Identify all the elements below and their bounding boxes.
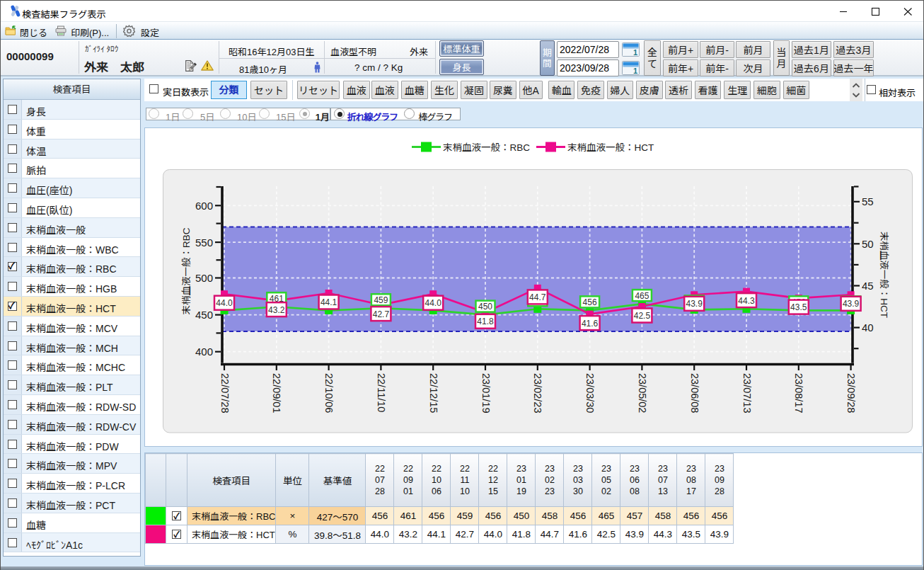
svg-text:末梢血液一般：RBC: 末梢血液一般：RBC — [181, 227, 192, 314]
svg-text:44.3: 44.3 — [738, 296, 755, 306]
svg-text:40: 40 — [862, 321, 874, 334]
svg-text:600: 600 — [195, 200, 213, 212]
svg-text:41.6: 41.6 — [582, 319, 599, 329]
svg-text:23/08/17: 23/08/17 — [793, 373, 804, 413]
svg-text:55: 55 — [862, 195, 874, 207]
svg-text:23/06/08: 23/06/08 — [689, 373, 700, 413]
svg-text:22/10/06: 22/10/06 — [323, 373, 335, 413]
svg-text:23/07/13: 23/07/13 — [741, 373, 753, 413]
svg-text:23/05/02: 23/05/02 — [637, 373, 648, 413]
svg-text:22/09/01: 22/09/01 — [271, 373, 282, 413]
svg-text:550: 550 — [195, 236, 213, 249]
svg-text:23/03/30: 23/03/30 — [584, 373, 596, 413]
svg-text:23/01/19: 23/01/19 — [480, 373, 492, 413]
svg-text:400: 400 — [195, 346, 213, 358]
svg-text:43.9: 43.9 — [843, 299, 860, 309]
svg-text:44.0: 44.0 — [425, 298, 442, 308]
svg-text:45: 45 — [862, 280, 874, 292]
svg-text:44.7: 44.7 — [529, 292, 546, 302]
svg-text:44.1: 44.1 — [320, 297, 337, 307]
svg-text:1: 1 — [633, 48, 637, 57]
svg-text:500: 500 — [195, 272, 213, 284]
svg-text:450: 450 — [195, 309, 213, 321]
svg-text:50: 50 — [862, 238, 874, 250]
svg-text:23/02/23: 23/02/23 — [532, 373, 543, 413]
svg-text:465: 465 — [635, 291, 649, 301]
svg-text:22/11/10: 22/11/10 — [376, 373, 387, 412]
svg-text:43.2: 43.2 — [268, 305, 285, 315]
svg-text:23/09/28: 23/09/28 — [845, 373, 857, 413]
svg-text:22/12/15: 22/12/15 — [428, 373, 439, 413]
svg-text:459: 459 — [374, 295, 388, 305]
svg-text:43.5: 43.5 — [790, 302, 807, 312]
svg-text:43.9: 43.9 — [686, 299, 703, 309]
svg-text:22/07/28: 22/07/28 — [219, 373, 231, 413]
svg-text:41.8: 41.8 — [477, 317, 494, 326]
svg-text:42.5: 42.5 — [634, 311, 651, 321]
svg-text:42.7: 42.7 — [373, 309, 390, 319]
svg-text:44.0: 44.0 — [216, 298, 233, 308]
svg-text:末梢血液一般：HCT: 末梢血液一般：HCT — [567, 142, 654, 153]
svg-text:末梢血液一般：HCT: 末梢血液一般：HCT — [879, 232, 889, 318]
svg-text:450: 450 — [478, 302, 492, 312]
svg-text:1: 1 — [633, 67, 637, 75]
svg-text:末梢血液一般：RBC: 末梢血液一般：RBC — [443, 142, 530, 153]
svg-text:456: 456 — [583, 297, 597, 307]
